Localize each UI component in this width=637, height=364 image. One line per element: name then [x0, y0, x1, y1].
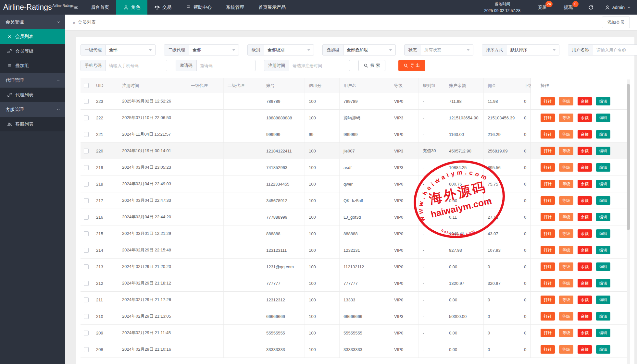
row-checkbox[interactable]: [84, 115, 89, 120]
filter-sort-select[interactable]: 排序方式 默认排序: [482, 44, 559, 55]
balance-button[interactable]: 余额: [578, 196, 592, 205]
filter-status-select[interactable]: 状态 所有状态: [404, 44, 473, 55]
level-button[interactable]: 等级: [559, 262, 573, 271]
refresh-button[interactable]: [581, 0, 600, 15]
row-checkbox[interactable]: [84, 215, 89, 220]
balance-button[interactable]: 余额: [578, 130, 592, 139]
row-checkbox[interactable]: [84, 231, 89, 236]
add-member-button[interactable]: 添加会员: [602, 17, 630, 28]
balance-button[interactable]: 余额: [578, 97, 592, 105]
nav-item-system[interactable]: 系统管理: [219, 0, 251, 15]
edit-button[interactable]: 编辑: [596, 180, 610, 188]
filter-stack-group-select[interactable]: 叠加组 全部叠加组: [322, 44, 396, 55]
balance-button[interactable]: 余额: [578, 329, 592, 337]
edit-button[interactable]: 编辑: [596, 229, 610, 238]
regtime-input[interactable]: [289, 60, 350, 71]
nav-item-dashboard[interactable]: 后台首页: [84, 0, 116, 15]
balance-button[interactable]: 余额: [578, 312, 592, 321]
sidebar-item-member-list[interactable]: 会员列表: [0, 29, 65, 44]
balance-button[interactable]: 余额: [578, 262, 592, 271]
level-button[interactable]: 等级: [559, 147, 573, 155]
nav-item-roles[interactable]: 角色: [116, 0, 147, 15]
nav-item-homepage-products[interactable]: 首页展示产品: [251, 0, 293, 15]
balance-button[interactable]: 余额: [578, 213, 592, 221]
edit-button[interactable]: 编辑: [596, 279, 610, 287]
vertical-scrollbar[interactable]: [627, 79, 630, 364]
edit-button[interactable]: 编辑: [596, 163, 610, 172]
inject-button[interactable]: 打针: [541, 130, 555, 139]
level-button[interactable]: 等级: [559, 296, 573, 304]
inject-button[interactable]: 打针: [541, 180, 555, 188]
inject-button[interactable]: 打针: [541, 229, 555, 238]
level-button[interactable]: 等级: [559, 246, 573, 254]
edit-button[interactable]: 编辑: [596, 329, 610, 337]
level-button[interactable]: 等级: [559, 213, 573, 221]
username-input[interactable]: [593, 45, 637, 55]
select-all-checkbox[interactable]: [84, 83, 89, 88]
inject-button[interactable]: 打针: [541, 262, 555, 271]
scrollbar-thumb[interactable]: [627, 84, 630, 230]
inject-button[interactable]: 打针: [541, 114, 555, 122]
nav-item-help-center[interactable]: 帮助中心: [179, 0, 219, 15]
inject-button[interactable]: 打针: [541, 97, 555, 105]
edit-button[interactable]: 编辑: [596, 147, 610, 155]
balance-button[interactable]: 余额: [578, 229, 592, 238]
inject-button[interactable]: 打针: [541, 147, 555, 155]
edit-button[interactable]: 编辑: [596, 345, 610, 354]
edit-button[interactable]: 编辑: [596, 312, 610, 321]
filter-agent2-select[interactable]: 二级代理 全部: [164, 44, 239, 55]
level-button[interactable]: 等级: [559, 180, 573, 188]
inject-button[interactable]: 打针: [541, 163, 555, 172]
balance-button[interactable]: 余额: [578, 296, 592, 304]
inject-button[interactable]: 打针: [541, 345, 555, 354]
level-button[interactable]: 等级: [559, 163, 573, 172]
edit-button[interactable]: 编辑: [596, 114, 610, 122]
inject-button[interactable]: 打针: [541, 279, 555, 287]
filter-level-select[interactable]: 级别 全部级别: [247, 44, 314, 55]
export-button[interactable]: 导 出: [398, 60, 425, 71]
edit-button[interactable]: 编辑: [596, 213, 610, 221]
filter-agent1-select[interactable]: 一级代理 全部: [81, 44, 156, 55]
level-button[interactable]: 等级: [559, 345, 573, 354]
row-checkbox[interactable]: [84, 165, 89, 170]
row-checkbox[interactable]: [84, 149, 89, 153]
search-button[interactable]: 搜 索: [358, 60, 385, 71]
level-button[interactable]: 等级: [559, 97, 573, 105]
inject-button[interactable]: 打针: [541, 246, 555, 254]
level-button[interactable]: 等级: [559, 130, 573, 139]
admin-menu[interactable]: admin: [600, 0, 637, 15]
balance-button[interactable]: 余额: [578, 147, 592, 155]
balance-button[interactable]: 余额: [578, 345, 592, 354]
inject-button[interactable]: 打针: [541, 312, 555, 321]
sidebar-item-member-level[interactable]: 会员等级: [0, 44, 65, 58]
level-button[interactable]: 等级: [559, 229, 573, 238]
row-checkbox[interactable]: [84, 347, 89, 352]
level-button[interactable]: 等级: [559, 312, 573, 321]
row-checkbox[interactable]: [84, 198, 89, 203]
row-checkbox[interactable]: [84, 264, 89, 269]
edit-button[interactable]: 编辑: [596, 97, 610, 105]
edit-button[interactable]: 编辑: [596, 246, 610, 254]
level-button[interactable]: 等级: [559, 196, 573, 205]
sidebar-group-service-management[interactable]: 客服管理: [0, 102, 65, 117]
edit-button[interactable]: 编辑: [596, 130, 610, 139]
row-checkbox[interactable]: [84, 248, 89, 253]
sidebar-toggle-button[interactable]: [69, 0, 84, 15]
sidebar-item-service-list[interactable]: 客服列表: [0, 117, 65, 131]
row-checkbox[interactable]: [84, 331, 89, 335]
nav-item-trade[interactable]: 交易: [147, 0, 179, 15]
balance-button[interactable]: 余额: [578, 163, 592, 172]
sidebar-group-agent-management[interactable]: 代理管理: [0, 73, 65, 88]
invite-code-input[interactable]: [197, 60, 255, 71]
inject-button[interactable]: 打针: [541, 296, 555, 304]
inject-button[interactable]: 打针: [541, 329, 555, 337]
inject-button[interactable]: 打针: [541, 213, 555, 221]
balance-button[interactable]: 余额: [578, 180, 592, 188]
level-button[interactable]: 等级: [559, 329, 573, 337]
row-checkbox[interactable]: [84, 132, 89, 137]
edit-button[interactable]: 编辑: [596, 296, 610, 304]
phone-input[interactable]: [106, 60, 167, 71]
recharge-link[interactable]: 充值 24: [530, 0, 556, 15]
edit-button[interactable]: 编辑: [596, 196, 610, 205]
sidebar-group-member-management[interactable]: 会员管理: [0, 15, 65, 29]
